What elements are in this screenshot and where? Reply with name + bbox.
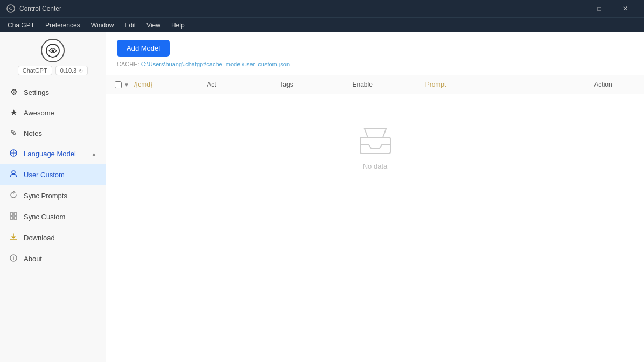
svg-rect-10 (14, 217, 17, 219)
app-title: Control Center (19, 5, 561, 12)
menu-edit[interactable]: Edit (119, 19, 141, 31)
sidebar-item-sync-prompts[interactable]: Sync Prompts (0, 185, 106, 206)
table-container: ▼ /{cmd} Act Tags Enable Prompt Action (106, 75, 644, 362)
svg-point-6 (12, 171, 15, 174)
table-col-tags: Tags (279, 81, 352, 88)
sidebar-item-label: Notes (24, 129, 97, 137)
close-button[interactable]: ✕ (613, 0, 638, 17)
svg-point-0 (7, 5, 15, 12)
sync-custom-icon (9, 212, 18, 222)
svg-rect-8 (14, 213, 17, 215)
menu-chatgpt[interactable]: ChatGPT (2, 19, 40, 31)
table-check-column: ▼ (115, 81, 134, 88)
no-data-area: No data (106, 94, 644, 202)
sidebar-item-label: User Custom (24, 171, 97, 179)
sidebar-item-label: Download (24, 234, 97, 242)
content-header: Add Model CACHE: C:\Users\huang\.chatgpt… (106, 32, 644, 75)
sidebar: ChatGPT 0.10.3 ↻ ⚙ Settings ★ Awesome ✎ … (0, 32, 106, 362)
sidebar-item-settings[interactable]: ⚙ Settings (0, 82, 106, 102)
sidebar-item-awesome[interactable]: ★ Awesome (0, 102, 106, 123)
sidebar-item-label: About (24, 255, 97, 263)
add-model-button[interactable]: Add Model (117, 40, 170, 57)
menubar: ChatGPT Preferences Window Edit View Hel… (0, 17, 644, 32)
svg-point-13 (13, 256, 14, 257)
table-col-prompt: Prompt (425, 81, 571, 88)
sidebar-item-label: Language Model (24, 150, 86, 158)
app-logo (41, 39, 65, 62)
sync-prompts-icon (9, 191, 18, 201)
content-area: Add Model CACHE: C:\Users\huang\.chatgpt… (106, 32, 644, 362)
svg-point-2 (52, 50, 54, 52)
select-all-checkbox[interactable] (115, 81, 122, 88)
svg-rect-9 (10, 217, 13, 219)
table-col-cmd: /{cmd} (134, 81, 207, 88)
table-header: ▼ /{cmd} Act Tags Enable Prompt Action (106, 75, 644, 94)
titlebar: Control Center ─ □ ✕ (0, 0, 644, 17)
sidebar-item-about[interactable]: About (0, 248, 106, 269)
minimize-button[interactable]: ─ (561, 0, 586, 17)
version-number: 0.10.3 ↻ (55, 66, 88, 75)
sidebar-nav: ⚙ Settings ★ Awesome ✎ Notes La (0, 82, 106, 362)
sidebar-item-download[interactable]: Download (0, 227, 106, 248)
cache-path-value: C:\Users\huang\.chatgpt\cache_model\user… (141, 61, 290, 67)
awesome-icon: ★ (9, 108, 18, 117)
table-col-act: Act (207, 81, 279, 88)
maximize-button[interactable]: □ (587, 0, 612, 17)
svg-rect-7 (10, 213, 13, 215)
refresh-icon[interactable]: ↻ (79, 68, 83, 74)
menu-help[interactable]: Help (166, 19, 190, 31)
language-model-icon (9, 149, 18, 159)
no-data-icon (358, 127, 393, 158)
app-icon (6, 4, 15, 13)
chevron-up-icon: ▲ (91, 151, 97, 157)
sort-arrow-icon[interactable]: ▼ (124, 82, 129, 88)
sidebar-item-label: Settings (24, 88, 97, 96)
sidebar-logo: ChatGPT 0.10.3 ↻ (0, 39, 106, 75)
menu-view[interactable]: View (141, 19, 166, 31)
sidebar-item-label: Sync Custom (24, 213, 97, 221)
menu-preferences[interactable]: Preferences (40, 19, 86, 31)
no-data-text: No data (363, 162, 388, 170)
window-controls: ─ □ ✕ (561, 0, 638, 17)
version-row: ChatGPT 0.10.3 ↻ (18, 66, 88, 75)
about-icon (9, 254, 18, 264)
sidebar-item-label: Sync Prompts (24, 192, 97, 200)
cache-path-row: CACHE: C:\Users\huang\.chatgpt\cache_mod… (117, 61, 633, 67)
settings-icon: ⚙ (9, 87, 18, 97)
sidebar-item-notes[interactable]: ✎ Notes (0, 123, 106, 143)
sidebar-item-sync-custom[interactable]: Sync Custom (0, 206, 106, 227)
sidebar-item-user-custom[interactable]: User Custom (0, 164, 106, 185)
sidebar-item-label: Awesome (24, 109, 97, 117)
download-icon (9, 233, 18, 243)
main-layout: ChatGPT 0.10.3 ↻ ⚙ Settings ★ Awesome ✎ … (0, 32, 644, 362)
table-col-enable: Enable (353, 81, 425, 88)
sidebar-item-language-model[interactable]: Language Model ▲ (0, 143, 106, 164)
app-label: ChatGPT (18, 66, 52, 75)
menu-window[interactable]: Window (86, 19, 120, 31)
notes-icon: ✎ (9, 128, 18, 138)
cache-label: CACHE: (117, 61, 139, 67)
user-custom-icon (9, 170, 18, 180)
table-col-action: Action (571, 81, 635, 88)
